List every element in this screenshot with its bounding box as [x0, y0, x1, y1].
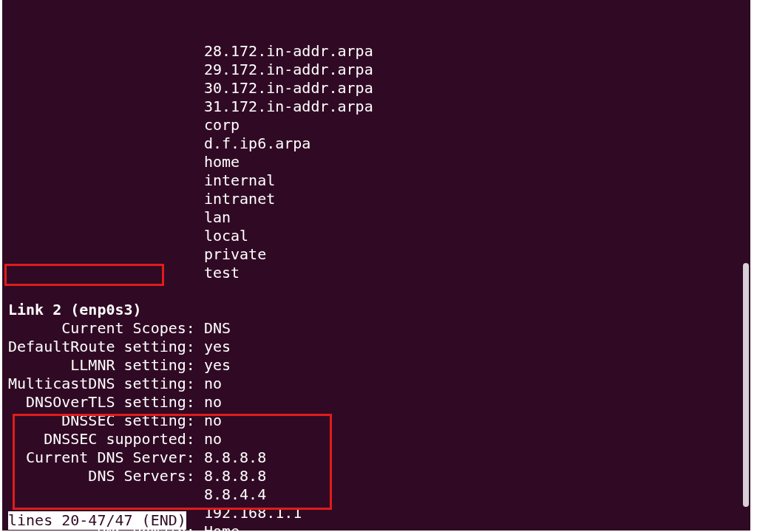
scrollbar-thumb[interactable] [743, 263, 749, 507]
terminal-output: 28.172.in-addr.arpa 29.172.in-addr.arpa … [8, 24, 750, 531]
terminal-window[interactable]: 28.172.in-addr.arpa 29.172.in-addr.arpa … [2, 0, 750, 531]
pager-status-line: lines 20-47/47 (END) [8, 511, 186, 530]
